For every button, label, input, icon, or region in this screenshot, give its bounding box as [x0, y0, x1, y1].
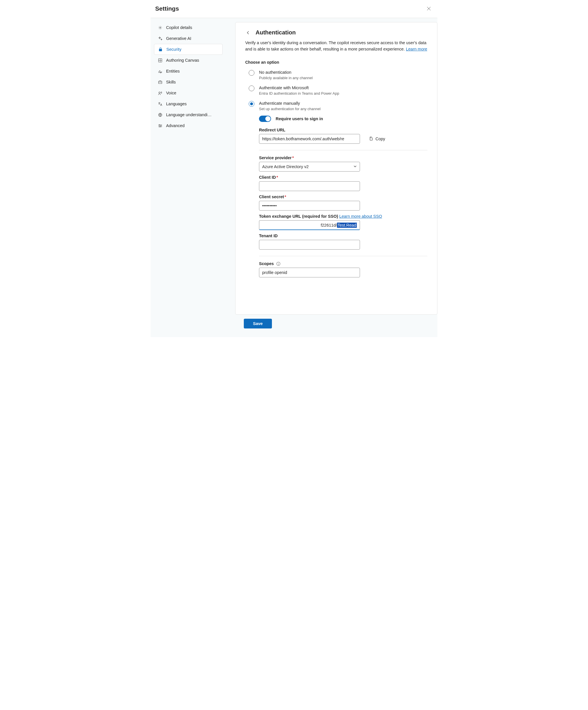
sidebar-item-label: Entities: [166, 69, 180, 73]
gear-icon: [158, 25, 163, 30]
chevron-down-icon: [353, 164, 357, 169]
client-id-label: Client ID*: [259, 175, 427, 180]
radio-icon-selected: [249, 101, 254, 107]
token-exchange-selection: Test.Read: [337, 222, 357, 228]
token-exchange-input[interactable]: f22611d/Test.Read: [259, 220, 360, 230]
client-secret-input[interactable]: [259, 201, 360, 211]
info-icon[interactable]: [276, 261, 281, 266]
translate-icon: [158, 101, 163, 106]
client-secret-label: Client secret*: [259, 194, 427, 199]
option-sublabel: Set up authentication for any channel: [259, 107, 321, 111]
require-signin-toggle[interactable]: [259, 116, 271, 122]
sidebar-item-label: Skills: [166, 80, 176, 84]
svg-rect-8: [370, 138, 372, 140]
copy-label: Copy: [375, 137, 385, 141]
sidebar-item-label: Authoring Canvas: [166, 58, 199, 63]
divider: [259, 256, 427, 256]
option-sublabel: Publicly available in any channel: [259, 76, 313, 80]
auth-options-group: No authentication Publicly available in …: [245, 67, 427, 114]
grid-icon: [158, 58, 163, 63]
toggle-knob: [265, 116, 271, 121]
sidebar-item-label: Generative AI: [166, 36, 191, 41]
sidebar-item-language-understanding[interactable]: Language understandi…: [154, 109, 222, 120]
scopes-input[interactable]: [259, 268, 360, 277]
token-exchange-label: Token exchange URL (required for SSO) Le…: [259, 214, 427, 219]
sidebar-item-label: Security: [166, 47, 181, 52]
client-id-input[interactable]: [259, 181, 360, 191]
learn-more-sso-link[interactable]: Learn more about SSO: [339, 214, 382, 219]
voice-icon: [158, 90, 163, 96]
sidebar-item-security[interactable]: Security: [154, 44, 222, 55]
svg-point-3: [159, 92, 160, 93]
sparkle-icon: [158, 36, 163, 41]
svg-rect-2: [158, 81, 162, 84]
page-title: Settings: [155, 5, 179, 12]
option-sublabel: Entra ID authentication in Teams and Pow…: [259, 91, 339, 96]
tenant-id-input[interactable]: [259, 240, 360, 250]
token-exchange-prefix: f22611d/: [321, 223, 337, 228]
svg-point-6: [160, 125, 161, 126]
back-button[interactable]: [245, 30, 251, 36]
redirect-url-input[interactable]: [259, 134, 360, 144]
brain-icon: [158, 112, 163, 117]
chevron-left-icon: [246, 31, 251, 36]
service-provider-label: Service provider*: [259, 156, 427, 160]
sidebar-item-label: Advanced: [166, 123, 185, 128]
svg-point-7: [160, 126, 160, 127]
option-label: Authenticate with Microsoft: [259, 85, 339, 91]
authentication-panel: Authentication Verify a user's identity …: [235, 22, 438, 315]
close-button[interactable]: [425, 5, 433, 13]
page-header: Settings: [150, 0, 438, 18]
panel-description: Verify a user's identity during a conver…: [245, 40, 427, 52]
copy-icon: [369, 136, 373, 142]
sidebar-item-generative-ai[interactable]: Generative AI: [154, 33, 222, 44]
choose-option-label: Choose an option: [245, 60, 427, 65]
redirect-url-label: Redirect URL: [259, 128, 427, 132]
entity-icon: [158, 69, 163, 74]
sidebar-item-label: Language understandi…: [166, 113, 212, 117]
briefcase-icon: [158, 79, 163, 85]
sidebar-item-label: Voice: [166, 91, 176, 95]
learn-more-link[interactable]: Learn more: [406, 47, 427, 51]
sidebar-item-languages[interactable]: Languages: [154, 98, 222, 109]
close-icon: [426, 7, 431, 12]
option-authenticate-microsoft[interactable]: Authenticate with Microsoft Entra ID aut…: [245, 82, 427, 98]
tenant-id-label: Tenant ID: [259, 234, 427, 238]
svg-point-5: [159, 124, 160, 125]
settings-sidebar: Copilot details Generative AI Security A…: [150, 18, 227, 337]
sidebar-item-label: Languages: [166, 101, 187, 106]
require-signin-label: Require users to sign in: [276, 116, 323, 121]
lock-icon: [158, 47, 163, 52]
svg-point-0: [160, 27, 161, 28]
scopes-label: Scopes: [259, 261, 274, 266]
service-provider-value: Azure Active Directory v2: [262, 164, 309, 169]
sliders-icon: [158, 123, 163, 128]
sidebar-item-authoring-canvas[interactable]: Authoring Canvas: [154, 55, 222, 66]
service-provider-select[interactable]: Azure Active Directory v2: [259, 162, 360, 171]
sidebar-item-entities[interactable]: Entities: [154, 66, 222, 77]
sidebar-item-skills[interactable]: Skills: [154, 77, 222, 88]
sidebar-item-voice[interactable]: Voice: [154, 88, 222, 98]
option-no-authentication[interactable]: No authentication Publicly available in …: [245, 67, 427, 82]
sidebar-item-advanced[interactable]: Advanced: [154, 120, 222, 131]
option-label: No authentication: [259, 69, 313, 75]
panel-title: Authentication: [256, 29, 296, 36]
sidebar-item-label: Copilot details: [166, 25, 192, 30]
sidebar-item-copilot-details[interactable]: Copilot details: [154, 22, 222, 33]
save-button[interactable]: Save: [244, 319, 272, 329]
copy-button[interactable]: Copy: [367, 136, 387, 142]
divider: [259, 150, 427, 150]
option-authenticate-manually[interactable]: Authenticate manually Set up authenticat…: [245, 98, 427, 113]
option-label: Authenticate manually: [259, 100, 321, 106]
radio-icon: [249, 70, 254, 76]
radio-icon: [249, 86, 254, 91]
